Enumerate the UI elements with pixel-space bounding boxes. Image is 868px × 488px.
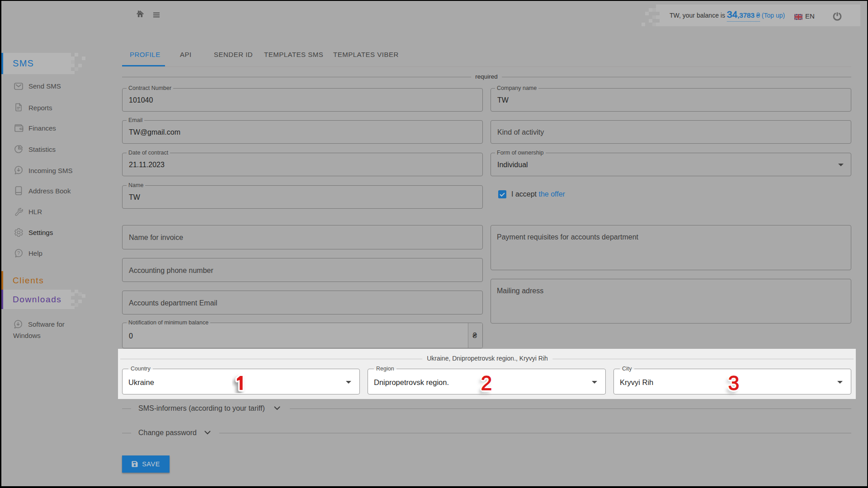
svg-text:?: ? <box>17 250 20 256</box>
